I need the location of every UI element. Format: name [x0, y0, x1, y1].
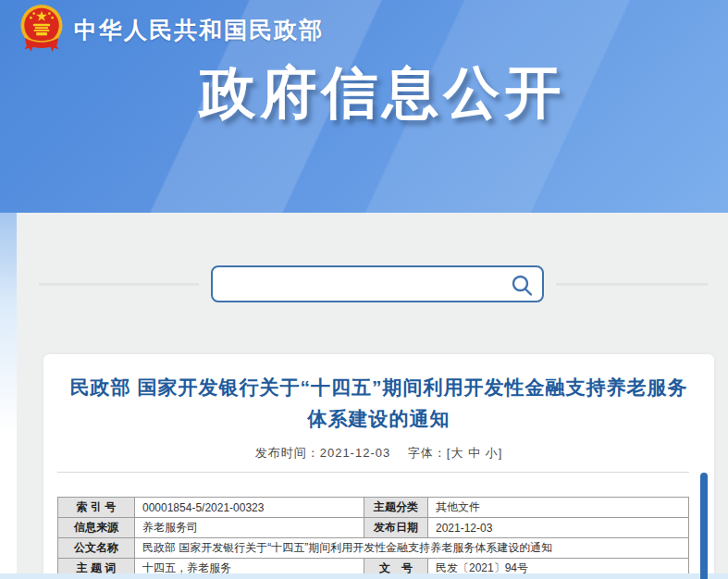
date-value: 2021-12-03: [428, 518, 689, 538]
search-input[interactable]: [213, 267, 542, 301]
site-name: 中华人民共和国民政部: [74, 15, 324, 45]
document-title: 民政部 国家开发银行关于“十四五”期间利用开发性金融支持养老服务体系建设的通知: [69, 372, 688, 435]
page-title: 政府信息公开: [0, 55, 728, 131]
site-banner: 中华人民共和国民政部 政府信息公开: [0, 0, 728, 213]
bottom-strip: [0, 573, 728, 579]
category-value: 其他文件: [428, 498, 689, 518]
page: 中华人民共和国民政部 政府信息公开 民政部 国家开发银行关于“十四五”期间利用开…: [0, 0, 728, 579]
table-row: 索 引 号 00001854-5/2021-00323 主题分类 其他文件: [58, 498, 689, 518]
table-row: 公文名称 民政部 国家开发银行关于“十四五”期间利用开发性金融支持养老服务体系建…: [58, 538, 689, 559]
table-row: 信息来源 养老服务司 发布日期 2021-12-03: [58, 518, 689, 538]
divider-line-left: [39, 283, 199, 285]
search-icon[interactable]: [510, 273, 534, 297]
docname-label: 公文名称: [58, 538, 135, 559]
vertical-scrollbar[interactable]: [700, 473, 708, 579]
national-emblem-icon: [19, 3, 65, 53]
title-divider: [57, 472, 689, 473]
index-value: 00001854-5/2021-00323: [135, 498, 364, 518]
source-value: 养老服务司: [135, 518, 364, 538]
document-info-table: 索 引 号 00001854-5/2021-00323 主题分类 其他文件 信息…: [57, 497, 689, 579]
category-label: 主题分类: [364, 498, 428, 518]
article-card: 民政部 国家开发银行关于“十四五”期间利用开发性金融支持养老服务体系建设的通知 …: [43, 354, 714, 579]
source-label: 信息来源: [58, 518, 135, 538]
date-label: 发布日期: [364, 518, 428, 538]
divider-line-right: [556, 283, 708, 285]
document-meta: 发布时间：2021-12-03 字体：[大 中 小]: [43, 445, 714, 462]
docname-value: 民政部 国家开发银行关于“十四五”期间利用开发性金融支持养老服务体系建设的通知: [135, 538, 689, 559]
publish-time: 发布时间：2021-12-03: [255, 446, 391, 460]
search-box: [211, 265, 544, 302]
font-size-label: 字体：: [408, 446, 447, 460]
font-size-switcher[interactable]: [大 中 小]: [447, 446, 502, 460]
left-fade-strip: [0, 213, 17, 579]
index-label: 索 引 号: [58, 498, 135, 518]
